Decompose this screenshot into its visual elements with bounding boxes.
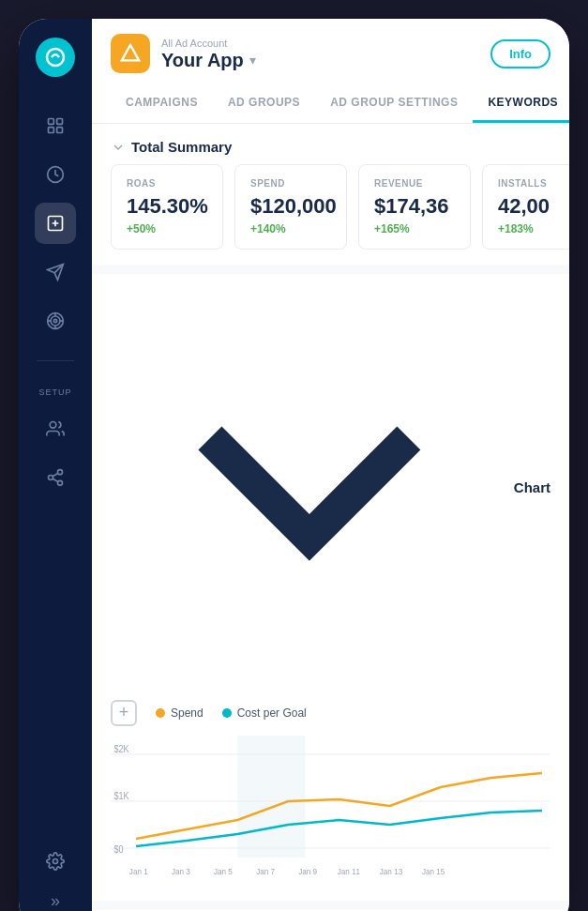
metric-spend: Spend $120,000 +140% (234, 164, 347, 250)
metric-spend-value: $120,000 (250, 194, 331, 219)
svg-line-23 (53, 473, 58, 476)
summary-header[interactable]: Total Summary (92, 124, 569, 164)
app-info: All Ad Account Your App ▾ (161, 38, 479, 69)
app-name-row: Your App ▾ (161, 51, 479, 69)
sidebar-item-settings[interactable] (35, 841, 76, 882)
chart-toolbar: + Spend Cost per Goal (111, 700, 550, 726)
content-area: Total Summary ROAS 145.30% +50% Spend $1… (92, 124, 569, 911)
chart-header[interactable]: Chart (111, 289, 550, 687)
svg-line-22 (53, 478, 58, 481)
chart-add-button[interactable]: + (111, 700, 137, 726)
sidebar-item-integrations[interactable] (35, 457, 76, 498)
svg-marker-25 (122, 45, 139, 61)
svg-text:$2K: $2K (114, 743, 130, 754)
metric-roas-change: +50% (127, 222, 207, 235)
summary-section: Total Summary ROAS 145.30% +50% Spend $1… (92, 124, 569, 265)
chevron-down-icon (111, 140, 126, 155)
summary-title: Total Summary (131, 139, 232, 155)
metric-installs-value: 42,00 (498, 194, 569, 219)
metric-roas: ROAS 145.30% +50% (111, 164, 223, 250)
svg-text:$0: $0 (114, 843, 124, 855)
sidebar-logo[interactable] (36, 38, 75, 77)
metric-spend-change: +140% (250, 222, 331, 235)
svg-text:Jan 5: Jan 5 (214, 866, 233, 876)
metric-spend-label: Spend (250, 178, 331, 189)
metric-revenue: Revenue $174,36 +165% (358, 164, 471, 250)
cpg-legend-label: Cost per Goal (237, 706, 307, 720)
svg-text:Jan 3: Jan 3 (172, 866, 190, 876)
sidebar-bottom: » (35, 841, 76, 911)
chart-section: Chart + Spend Cost per Goal (92, 274, 569, 901)
svg-text:Jan 15: Jan 15 (422, 866, 445, 876)
svg-point-19 (58, 470, 63, 475)
svg-text:Jan 7: Jan 7 (256, 866, 275, 876)
svg-text:Jan 9: Jan 9 (298, 866, 317, 876)
chart-svg: $2K $1K $0 Jan 1 Jan 3 Jan 5 Jan 7 (111, 736, 550, 886)
main-content: All Ad Account Your App ▾ Info CAMPAIGNS… (92, 19, 569, 911)
sidebar-item-messages[interactable] (35, 251, 76, 293)
header-top: All Ad Account Your App ▾ Info (111, 34, 550, 73)
sidebar-item-users[interactable] (35, 408, 76, 449)
header: All Ad Account Your App ▾ Info CAMPAIGNS… (92, 19, 569, 124)
svg-rect-3 (49, 128, 54, 133)
svg-text:Jan 11: Jan 11 (338, 866, 361, 876)
sidebar-more[interactable]: » (51, 891, 60, 911)
chart-title: Chart (514, 479, 550, 495)
chart-container: $2K $1K $0 Jan 1 Jan 3 Jan 5 Jan 7 (111, 736, 550, 886)
sidebar-divider (37, 360, 74, 361)
sidebar: SETUP (19, 19, 92, 911)
tab-ad-group-settings[interactable]: AD GROUP SETTINGS (315, 88, 473, 123)
svg-text:Jan 13: Jan 13 (380, 866, 403, 876)
tab-keywords[interactable]: KEYWORDS (473, 88, 569, 123)
sidebar-item-campaigns[interactable] (35, 203, 76, 244)
metric-revenue-label: Revenue (374, 178, 455, 189)
sidebar-item-targeting[interactable] (35, 300, 76, 342)
cpg-legend-dot (222, 708, 232, 718)
metric-roas-value: 145.30% (127, 194, 207, 219)
device-frame: SETUP (19, 19, 569, 911)
info-button[interactable]: Info (490, 39, 550, 68)
tab-campaigns[interactable]: CAMPAIGNS (111, 88, 213, 123)
chevron-down-icon-chart (111, 289, 508, 687)
svg-text:Jan 1: Jan 1 (129, 866, 148, 876)
metric-revenue-value: $174,36 (374, 194, 455, 219)
sidebar-nav: SETUP (35, 105, 76, 841)
svg-point-21 (58, 480, 63, 485)
sidebar-item-analytics[interactable] (35, 154, 76, 195)
svg-point-12 (51, 316, 60, 326)
chevron-down-icon[interactable]: ▾ (249, 53, 256, 68)
spend-legend-label: Spend (171, 706, 204, 720)
metric-revenue-change: +165% (374, 222, 455, 235)
tabs: CAMPAIGNS AD GROUPS AD GROUP SETTINGS KE… (111, 88, 550, 123)
svg-text:$1K: $1K (114, 790, 130, 801)
legend-spend: Spend (156, 706, 204, 720)
sidebar-item-dashboard[interactable] (35, 105, 76, 146)
app-name: Your App (161, 51, 244, 69)
app-icon (111, 34, 150, 73)
metric-installs-change: +183% (498, 222, 569, 235)
account-label: All Ad Account (161, 38, 479, 49)
svg-rect-1 (49, 119, 54, 125)
svg-rect-32 (237, 736, 305, 858)
metric-roas-label: ROAS (127, 178, 207, 189)
spend-legend-dot (156, 708, 165, 718)
tab-ad-groups[interactable]: AD GROUPS (213, 88, 315, 123)
metric-installs-label: Installs (498, 178, 569, 189)
metric-installs: Installs 42,00 +183% (482, 164, 569, 250)
metrics-row: ROAS 145.30% +50% Spend $120,000 +140% R… (92, 164, 569, 265)
svg-point-20 (49, 476, 53, 480)
svg-rect-2 (57, 119, 63, 125)
svg-point-0 (47, 49, 64, 66)
svg-point-13 (53, 319, 56, 322)
svg-rect-4 (57, 128, 63, 133)
svg-point-24 (53, 859, 58, 864)
svg-point-18 (50, 422, 56, 429)
setup-label: SETUP (38, 387, 71, 397)
legend-cost-per-goal: Cost per Goal (222, 706, 307, 720)
